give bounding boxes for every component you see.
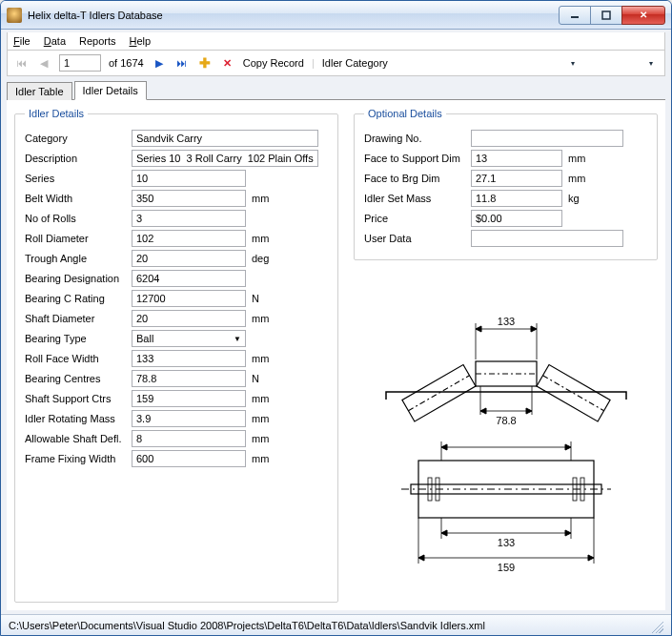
- field-series[interactable]: [132, 170, 246, 187]
- nav-first-icon[interactable]: ⏮: [13, 55, 29, 71]
- close-button[interactable]: ✕: [621, 6, 665, 25]
- field-user-data[interactable]: [471, 230, 623, 247]
- idler-details-group: Idler Details Category Description Serie…: [14, 108, 338, 603]
- label-category: Category: [25, 133, 126, 144]
- svg-rect-24: [580, 478, 584, 501]
- field-price[interactable]: [471, 210, 562, 227]
- menu-data[interactable]: Data: [44, 35, 66, 47]
- tab-idler-table[interactable]: Idler Table: [7, 82, 72, 100]
- label-description: Description: [25, 153, 126, 164]
- label-bearing-desig: Bearing Designation: [25, 273, 126, 284]
- idler-details-legend: Idler Details: [25, 108, 88, 119]
- svg-line-7: [542, 375, 603, 410]
- filter-dropdown-icon[interactable]: ▾: [565, 55, 580, 71]
- field-category[interactable]: [132, 130, 318, 147]
- window-title: Helix delta-T Idlers Database: [28, 10, 560, 21]
- menubar: File Data Reports Help: [7, 32, 665, 51]
- field-shaft-dia[interactable]: [132, 310, 246, 327]
- titlebar: Helix delta-T Idlers Database ✕: [1, 1, 671, 30]
- tab-idler-details[interactable]: Idler Details: [74, 81, 147, 100]
- dim-mid-label: 78.8: [496, 415, 516, 426]
- label-allow-shaft: Allowable Shaft Defl.: [25, 433, 126, 444]
- record-position-input[interactable]: [59, 54, 101, 72]
- field-bearing-centres[interactable]: [132, 370, 246, 387]
- label-bearing-centres: Bearing Centres: [25, 373, 126, 384]
- window-controls: ✕: [560, 6, 665, 25]
- field-roll-face-w[interactable]: [132, 350, 246, 367]
- svg-marker-34: [588, 555, 594, 561]
- label-drawing-no: Drawing No.: [364, 133, 465, 144]
- nav-last-icon[interactable]: ⏭: [174, 55, 190, 71]
- workspace: Idler Details Category Description Serie…: [7, 100, 665, 610]
- svg-marker-17: [526, 408, 532, 414]
- toolbar: ⏮ ◀ of 1674 ▶ ⏭ ✚ ✕ Copy Record | Idler …: [7, 51, 665, 76]
- idler-diagram: 133 78.8: [354, 260, 658, 603]
- optional-details-legend: Optional Details: [364, 108, 446, 119]
- label-price: Price: [364, 213, 465, 224]
- right-panel: Optional Details Drawing No. Face to Sup…: [354, 108, 658, 603]
- label-face-support: Face to Support Dim: [364, 153, 465, 164]
- label-bearing-type: Bearing Type: [25, 333, 126, 344]
- label-belt-width: Belt Width: [25, 193, 126, 204]
- statusbar: C:\Users\Peter\Documents\Visual Studio 2…: [1, 614, 671, 635]
- field-face-support[interactable]: [471, 150, 562, 167]
- field-roll-dia[interactable]: [132, 230, 246, 247]
- svg-marker-11: [476, 326, 481, 332]
- minimize-button[interactable]: [559, 6, 591, 25]
- field-drawing-no[interactable]: [471, 130, 623, 147]
- field-description[interactable]: [132, 150, 318, 167]
- resize-grip[interactable]: [648, 618, 663, 633]
- svg-line-5: [408, 375, 469, 410]
- maximize-button[interactable]: [590, 6, 622, 25]
- app-icon: [7, 8, 22, 23]
- label-roll-face-w: Roll Face Width: [25, 353, 126, 364]
- unit-mm: mm: [252, 193, 278, 204]
- nav-next-icon[interactable]: ▶: [152, 55, 167, 71]
- field-face-brg[interactable]: [471, 170, 562, 187]
- menu-help[interactable]: Help: [130, 35, 152, 47]
- dim-bottom2-label: 159: [497, 562, 514, 573]
- svg-marker-28: [441, 530, 447, 536]
- field-idler-set-mass[interactable]: [471, 190, 562, 207]
- optional-details-group: Optional Details Drawing No. Face to Sup…: [354, 108, 658, 260]
- copy-record-button[interactable]: Copy Record: [243, 57, 304, 69]
- field-trough-angle[interactable]: [132, 250, 246, 267]
- svg-marker-12: [531, 326, 537, 332]
- field-allow-shaft[interactable]: [132, 430, 246, 447]
- svg-marker-16: [480, 408, 486, 414]
- label-roll-dia: Roll Diameter: [25, 233, 126, 244]
- svg-rect-1: [602, 11, 610, 19]
- statusbar-path: C:\Users\Peter\Documents\Visual Studio 2…: [9, 620, 485, 631]
- menu-file[interactable]: File: [13, 35, 31, 47]
- label-trough-angle: Trough Angle: [25, 253, 126, 264]
- label-idler-set-mass: Idler Set Mass: [364, 193, 465, 204]
- label-user-data: User Data: [364, 233, 465, 244]
- toolbar-overflow-icon[interactable]: ▾: [643, 55, 659, 71]
- field-idler-rot-mass[interactable]: [132, 410, 246, 427]
- svg-marker-38: [441, 444, 447, 450]
- menu-reports[interactable]: Reports: [79, 35, 116, 47]
- chevron-down-icon: ▼: [234, 335, 241, 343]
- field-bearing-desig[interactable]: [132, 270, 246, 287]
- dim-bottom1-label: 133: [497, 537, 514, 548]
- field-belt-width[interactable]: [132, 190, 246, 207]
- label-frame-fixing: Frame Fixing Width: [25, 453, 126, 464]
- label-idler-rot-mass: Idler Rotating Mass: [25, 413, 126, 424]
- label-shaft-support: Shaft Support Ctrs: [25, 393, 126, 404]
- field-frame-fixing[interactable]: [132, 450, 246, 467]
- label-no-rolls: No of Rolls: [25, 213, 126, 224]
- field-no-rolls[interactable]: [132, 210, 246, 227]
- nav-prev-icon[interactable]: ◀: [36, 55, 51, 71]
- label-shaft-dia: Shaft Diameter: [25, 313, 126, 324]
- svg-marker-29: [565, 530, 571, 536]
- delete-record-icon[interactable]: ✕: [220, 55, 235, 71]
- label-bearing-c: Bearing C Rating: [25, 293, 126, 304]
- field-bearing-c[interactable]: [132, 290, 246, 307]
- field-shaft-support[interactable]: [132, 390, 246, 407]
- dim-top-label: 133: [497, 316, 514, 327]
- app-window: Helix delta-T Idlers Database ✕ File Dat…: [0, 0, 672, 636]
- svg-marker-33: [418, 555, 424, 561]
- field-bearing-type[interactable]: Ball ▼: [132, 330, 246, 347]
- add-record-icon[interactable]: ✚: [197, 55, 213, 71]
- tabstrip: Idler Table Idler Details: [7, 80, 665, 100]
